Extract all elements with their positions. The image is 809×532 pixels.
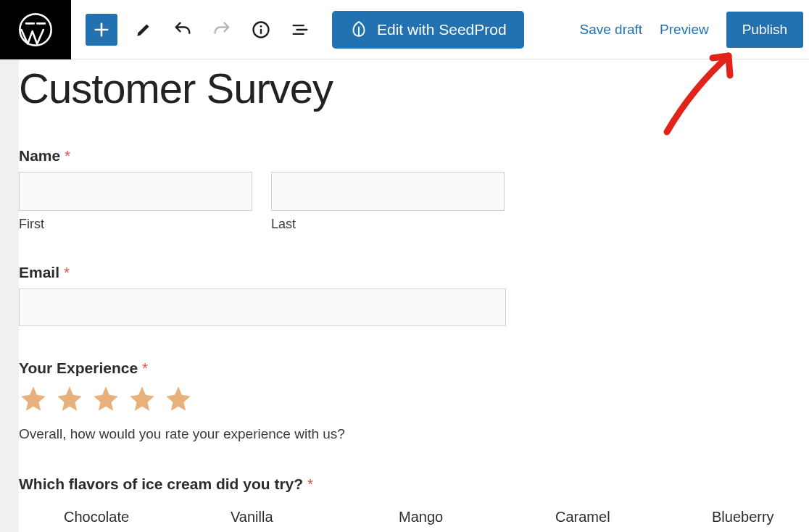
save-draft-link[interactable]: Save draft bbox=[579, 22, 642, 38]
name-label: Name * bbox=[19, 147, 809, 165]
email-field: Email * bbox=[19, 264, 809, 326]
required-marker: * bbox=[65, 147, 70, 164]
wordpress-icon bbox=[17, 11, 54, 49]
edit-tool-button[interactable] bbox=[130, 17, 157, 43]
last-name-input[interactable] bbox=[271, 172, 505, 211]
wordpress-logo[interactable] bbox=[0, 0, 71, 59]
info-button[interactable] bbox=[248, 17, 274, 43]
required-marker: * bbox=[307, 475, 313, 492]
info-icon bbox=[251, 20, 271, 40]
flavor-option: Mango bbox=[399, 509, 555, 525]
star-icon bbox=[91, 384, 120, 413]
flavors-field: Which flavors of ice cream did you try? … bbox=[19, 475, 809, 525]
name-field: Name * First Last bbox=[19, 147, 809, 232]
publish-button[interactable]: Publish bbox=[726, 12, 803, 48]
email-label: Email * bbox=[19, 264, 809, 281]
flavor-option: Caramel bbox=[555, 509, 712, 525]
flavors-label: Which flavors of ice cream did you try? … bbox=[19, 475, 809, 493]
redo-icon bbox=[212, 20, 232, 40]
star-icon bbox=[128, 384, 157, 413]
first-name-input[interactable] bbox=[19, 172, 252, 211]
plus-icon bbox=[91, 20, 112, 40]
first-sublabel: First bbox=[19, 217, 252, 232]
star-4[interactable] bbox=[128, 384, 157, 416]
last-sublabel: Last bbox=[271, 217, 505, 232]
star-5[interactable] bbox=[164, 384, 193, 416]
list-icon bbox=[290, 20, 310, 40]
flavor-options-row: Chocolate Vanilla Mango Caramel Blueberr… bbox=[19, 509, 809, 525]
svg-point-2 bbox=[260, 25, 262, 27]
toolbar-left: Edit with SeedProd bbox=[71, 11, 524, 49]
page-title[interactable]: Customer Survey bbox=[19, 64, 809, 112]
redo-button[interactable] bbox=[209, 17, 235, 43]
experience-description: Overall, how would you rate your experie… bbox=[19, 426, 809, 442]
seedprod-label: Edit with SeedProd bbox=[377, 21, 507, 38]
star-rating bbox=[19, 384, 809, 416]
toolbar-right: Save draft Preview Publish bbox=[579, 12, 809, 48]
experience-field: Your Experience * Overall, how would you… bbox=[19, 359, 809, 442]
editor-topbar: Edit with SeedProd Save draft Preview Pu… bbox=[0, 0, 809, 59]
star-1[interactable] bbox=[19, 384, 48, 416]
preview-link[interactable]: Preview bbox=[660, 22, 709, 38]
star-icon bbox=[55, 384, 84, 413]
star-3[interactable] bbox=[91, 384, 120, 416]
svg-rect-3 bbox=[260, 28, 262, 33]
experience-label: Your Experience * bbox=[19, 359, 809, 377]
star-2[interactable] bbox=[55, 384, 84, 416]
leaf-icon bbox=[349, 20, 368, 39]
star-icon bbox=[19, 384, 48, 413]
flavor-option: Vanilla bbox=[231, 509, 399, 525]
flavor-option: Blueberry bbox=[712, 509, 774, 525]
edit-seedprod-button[interactable]: Edit with SeedProd bbox=[332, 11, 524, 49]
star-icon bbox=[164, 384, 193, 413]
undo-icon bbox=[173, 20, 193, 40]
required-marker: * bbox=[142, 359, 148, 376]
pencil-icon bbox=[134, 20, 153, 39]
page-content: Customer Survey Name * First Last Email … bbox=[19, 59, 809, 532]
required-marker: * bbox=[64, 264, 70, 280]
outline-button[interactable] bbox=[287, 17, 313, 43]
add-block-button[interactable] bbox=[86, 14, 117, 46]
undo-button[interactable] bbox=[170, 17, 196, 43]
email-input[interactable] bbox=[19, 288, 506, 326]
flavor-option: Chocolate bbox=[64, 509, 231, 525]
